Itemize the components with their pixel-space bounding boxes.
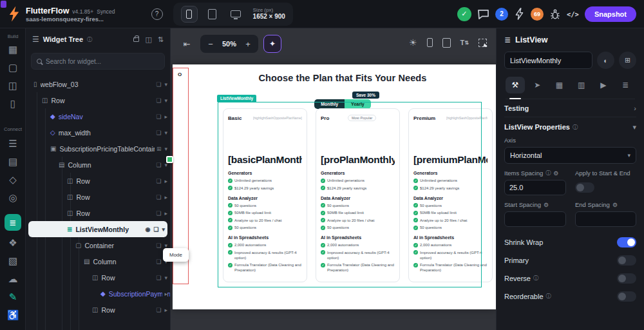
filter-icon[interactable]: ⇅ xyxy=(158,35,164,44)
panels-icon[interactable]: ◫ xyxy=(145,35,151,44)
row-actions-icon[interactable]: ❏ xyxy=(156,162,161,168)
expand-caret[interactable]: ▸ xyxy=(164,291,167,297)
collapse-panel-button[interactable]: ⇤ xyxy=(178,35,195,52)
tab-documentation[interactable]: ≣ xyxy=(616,77,635,93)
axis-select[interactable]: Horizontal ▾ xyxy=(504,147,636,164)
tree-item-row[interactable]: ◫Row❏▸ xyxy=(26,173,170,189)
device-preview-icon[interactable]: ▯ xyxy=(0,98,26,110)
row-actions-icon[interactable]: ❏ xyxy=(156,258,161,265)
build-status-icon[interactable]: ✓ xyxy=(457,7,471,21)
tree-item-maxwidth[interactable]: ◇max_width❏▾ xyxy=(26,124,170,141)
expand-caret[interactable]: ▸ xyxy=(164,113,167,120)
dashboard-icon[interactable]: ▦ xyxy=(0,44,26,55)
notifications-badge[interactable]: 2 xyxy=(495,8,508,21)
primary-toggle[interactable] xyxy=(617,255,636,266)
resize-drag-handle[interactable] xyxy=(166,156,173,163)
plans-heading[interactable]: Choose the Plan that Fits Your Needs xyxy=(192,73,493,83)
row-actions-icon[interactable]: ❏ xyxy=(153,226,158,233)
lightning-icon[interactable] xyxy=(514,8,525,20)
tree-item-sidenav[interactable]: ◆sideNav❏▸ xyxy=(26,108,170,124)
widget-tree-active-icon[interactable]: ≣ xyxy=(5,214,21,231)
app-state-icon[interactable]: ◎ xyxy=(0,192,26,204)
widget-name-input[interactable] xyxy=(504,52,592,69)
expand-caret[interactable]: ▾ xyxy=(164,97,167,104)
row-actions-icon[interactable]: ❏ xyxy=(156,210,161,217)
expand-caret[interactable]: ▾ xyxy=(164,242,167,249)
tab-alignment[interactable]: ▥ xyxy=(572,77,591,93)
tab-properties[interactable]: ⚒ xyxy=(506,77,525,93)
tree-item-column[interactable]: ▤Column❏▾ xyxy=(26,157,170,173)
pricing-card-basic[interactable]: Basic [highlightSashOppositePlanName] [b… xyxy=(223,108,307,282)
mode-popup[interactable]: Mode xyxy=(163,248,189,262)
page-preview[interactable]: O Choose the Plan that Fits Your Needs S… xyxy=(173,64,496,309)
tree-item-row[interactable]: ◫Row❏▸ xyxy=(26,189,170,205)
tablet-preview-button[interactable] xyxy=(204,6,221,23)
zoom-level[interactable]: 50% xyxy=(222,40,236,48)
search-input[interactable] xyxy=(46,58,159,65)
pricing-card-premium[interactable]: Premium [highlightSashOppositePlanName] … xyxy=(408,108,493,282)
zoom-out-button[interactable]: − xyxy=(204,37,217,50)
start-spacing-input[interactable] xyxy=(504,211,566,227)
text-scale-icon[interactable]: T⇅ xyxy=(460,39,469,46)
shrink-wrap-toggle[interactable] xyxy=(617,237,636,248)
brightness-icon[interactable]: ☀ xyxy=(409,37,417,48)
api-calls-icon[interactable]: ◇ xyxy=(0,174,26,186)
tree-item-listview-selected[interactable]: ≣ListViewMonthly◉❏▾ xyxy=(28,221,167,237)
media-assets-icon[interactable]: ▧ xyxy=(0,255,26,267)
expand-caret[interactable]: ▸ xyxy=(164,194,167,200)
row-actions-icon[interactable]: ❏ xyxy=(156,81,161,88)
row-actions-icon[interactable]: ❏ xyxy=(156,194,161,200)
tree-item-page[interactable]: ▯webFlow_03❏▾ xyxy=(26,76,170,92)
reverse-toggle[interactable] xyxy=(617,273,636,284)
expand-caret[interactable]: ▸ xyxy=(164,210,167,217)
chat-icon[interactable] xyxy=(477,9,489,19)
tab-animations[interactable]: ▶ xyxy=(594,77,613,93)
zoom-in-button[interactable]: + xyxy=(242,37,254,50)
team-icon[interactable]: ❖ xyxy=(0,237,26,249)
row-actions-icon[interactable]: ❏ xyxy=(156,242,161,249)
pages-icon[interactable]: ▢ xyxy=(0,62,26,73)
snapshot-button[interactable]: Snapshot xyxy=(585,6,636,22)
expand-caret[interactable]: ▾ xyxy=(162,226,165,233)
row-actions-icon[interactable]: ❏ xyxy=(156,275,161,281)
issues-badge[interactable]: 69 xyxy=(531,8,544,21)
tree-item-row[interactable]: ◫Row❏▸ xyxy=(26,302,170,318)
select-frame-icon[interactable] xyxy=(478,39,487,47)
database-icon[interactable]: ☰ xyxy=(0,138,26,150)
visibility-eye-icon[interactable]: ◉ xyxy=(146,226,151,233)
expand-caret[interactable]: ▸ xyxy=(164,307,167,313)
row-actions-icon[interactable]: ❏ xyxy=(156,178,161,184)
row-actions-icon[interactable]: ❏ xyxy=(156,97,161,104)
info-icon[interactable]: ⓘ xyxy=(87,36,92,43)
phone-frame-icon[interactable] xyxy=(427,38,433,47)
tree-item-row[interactable]: ◫Row❏▾ xyxy=(26,92,170,108)
pricing-card-pro[interactable]: Pro Most Popular [proPlanMonthlyPr Gener… xyxy=(316,108,400,282)
tab-actions[interactable]: ➤ xyxy=(527,77,547,93)
components-icon[interactable]: ◫ xyxy=(0,80,26,92)
project-name[interactable]: saas-lemonsqueezy-fires... xyxy=(26,16,115,23)
tree-item-row[interactable]: ◫Row❏▾ xyxy=(26,269,170,286)
variable-gear-icon[interactable]: ⚙ xyxy=(553,170,558,177)
expand-caret[interactable]: ▾ xyxy=(164,130,167,136)
code-view-icon[interactable]: </> xyxy=(567,10,579,18)
tree-item-container[interactable]: ▢Container❏▾ xyxy=(26,237,170,253)
row-actions-icon[interactable]: ❏ xyxy=(156,130,161,136)
reorderable-toggle[interactable] xyxy=(617,291,636,302)
theme-editor-icon[interactable]: ✎ xyxy=(0,291,26,303)
accessibility-icon[interactable]: ♿ xyxy=(0,309,26,321)
testing-section[interactable]: Testing › xyxy=(504,99,636,117)
apply-start-end-toggle[interactable] xyxy=(575,182,594,193)
magic-wand-button[interactable]: ✦ xyxy=(263,35,281,53)
variable-gear-icon[interactable]: ⚙ xyxy=(544,202,549,208)
listview-properties-header[interactable]: ListView Properties ⓘ ▾ xyxy=(504,117,636,137)
tree-item-payment-tile[interactable]: ◆SubscriptionPaymentTileMon▸ xyxy=(26,286,170,302)
size-value[interactable]: 1652 × 900 xyxy=(253,13,285,21)
desktop-preview-button[interactable] xyxy=(227,6,244,23)
phone-preview-button[interactable] xyxy=(181,6,198,23)
theme-palette-button[interactable]: ◐ xyxy=(597,52,614,69)
widget-search[interactable] xyxy=(31,53,165,70)
widgetize-button[interactable]: ⊞ xyxy=(619,52,636,69)
row-actions-icon[interactable]: ❏ xyxy=(156,307,161,313)
variable-gear-icon[interactable]: ⚙ xyxy=(612,202,618,208)
row-actions-icon[interactable]: ❏ xyxy=(156,113,161,120)
